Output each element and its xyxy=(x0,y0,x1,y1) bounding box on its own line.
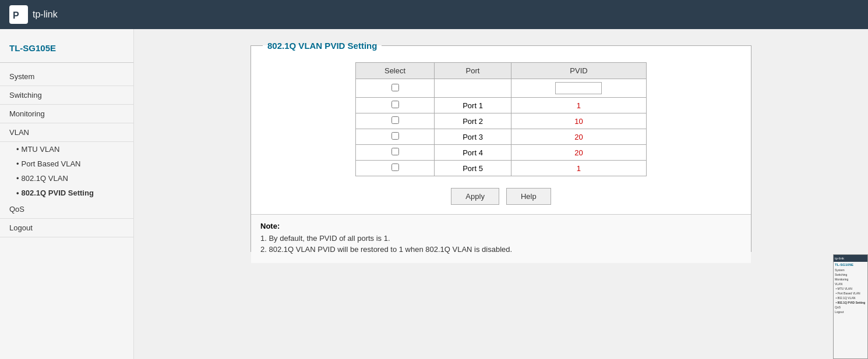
port-4-name: Port 4 xyxy=(435,145,511,161)
sidebar-item-8021q-vlan[interactable]: • 802.1Q VLAN xyxy=(0,171,133,186)
pvid-input-all[interactable] xyxy=(555,82,602,94)
col-header-pvid: PVID xyxy=(511,63,646,79)
port-1-pvid: 1 xyxy=(511,98,646,113)
sidebar: TL-SG105E System Switching Monitoring VL… xyxy=(0,29,134,359)
logo-text: tp-link xyxy=(33,9,58,20)
logo-icon: P xyxy=(9,5,28,24)
note-section: Note: 1. By default, the PVID of all por… xyxy=(251,214,751,263)
sidebar-item-8021q-pvid[interactable]: • 802.1Q PVID Setting xyxy=(0,186,133,200)
col-header-port: Port xyxy=(435,63,511,79)
select-port3[interactable] xyxy=(391,132,399,140)
action-buttons: Apply Help xyxy=(263,188,739,205)
svg-text:P: P xyxy=(13,10,19,20)
table-row: Port 4 20 xyxy=(356,145,647,161)
table-row: Port 3 20 xyxy=(356,129,647,145)
panel-title: 802.1Q VLAN PVID Setting xyxy=(267,41,377,51)
note-item-1: 1. By default, the PVID of all ports is … xyxy=(260,234,742,243)
sidebar-item-qos[interactable]: QoS xyxy=(0,200,133,219)
note-item-2: 2. 802.1Q VLAN PVID will be restored to … xyxy=(260,245,742,254)
select-port1[interactable] xyxy=(391,101,399,108)
device-title: TL-SG105E xyxy=(0,38,133,63)
apply-button[interactable]: Apply xyxy=(451,188,499,205)
port-2-pvid: 10 xyxy=(511,113,646,129)
sidebar-item-mtu-vlan[interactable]: • MTU VLAN xyxy=(0,142,133,157)
select-port5[interactable] xyxy=(391,163,399,171)
table-row: Port 1 1 xyxy=(356,98,647,113)
port-3-pvid: 20 xyxy=(511,129,646,145)
port-4-pvid: 20 xyxy=(511,145,646,161)
sidebar-item-logout[interactable]: Logout xyxy=(0,219,133,237)
port-3-name: Port 3 xyxy=(435,129,511,145)
help-button[interactable]: Help xyxy=(506,188,551,205)
sidebar-item-vlan[interactable]: VLAN xyxy=(0,123,133,142)
sidebar-item-port-based-vlan[interactable]: • Port Based VLAN xyxy=(0,157,133,171)
select-port2[interactable] xyxy=(391,116,399,124)
mini-browser-overlay: tp-link TL-SG105E System Switching Monit… xyxy=(833,254,868,359)
pvid-table: Select Port PVID xyxy=(355,62,647,176)
main-content: 802.1Q VLAN PVID Setting Select Port PVI… xyxy=(134,29,868,359)
sidebar-item-system[interactable]: System xyxy=(0,67,133,86)
logo: P tp-link xyxy=(9,5,58,24)
table-row: Port 2 10 xyxy=(356,113,647,129)
main-layout: TL-SG105E System Switching Monitoring VL… xyxy=(0,29,868,359)
sidebar-item-monitoring[interactable]: Monitoring xyxy=(0,105,133,123)
sidebar-item-switching[interactable]: Switching xyxy=(0,86,133,105)
select-all-checkbox[interactable] xyxy=(391,84,399,91)
port-5-pvid: 1 xyxy=(511,161,646,176)
port-5-name: Port 5 xyxy=(435,161,511,176)
select-port4[interactable] xyxy=(391,148,399,155)
port-2-name: Port 2 xyxy=(435,113,511,129)
port-1-name: Port 1 xyxy=(435,98,511,113)
note-title: Note: xyxy=(260,222,742,230)
table-row: Port 5 1 xyxy=(356,161,647,176)
header: P tp-link xyxy=(0,0,868,29)
col-header-select: Select xyxy=(356,63,435,79)
